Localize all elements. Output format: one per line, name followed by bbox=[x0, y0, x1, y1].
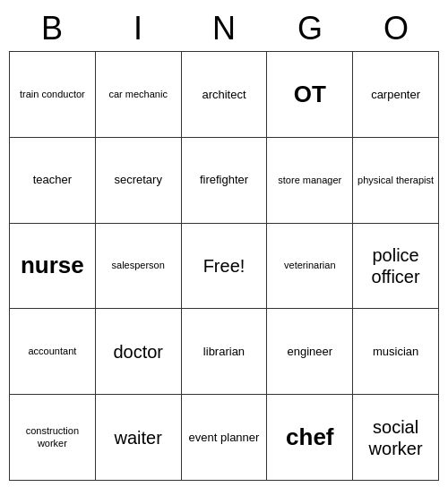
cell-text: doctor bbox=[113, 341, 163, 363]
cell-text: police officer bbox=[357, 244, 435, 287]
cell-text: store manager bbox=[278, 175, 341, 186]
bingo-cell-2-1: salesperson bbox=[96, 224, 182, 310]
cell-text: secretary bbox=[114, 173, 161, 187]
cell-text: architect bbox=[202, 88, 246, 102]
bingo-cell-0-4: carpenter bbox=[353, 52, 439, 138]
cell-text: salesperson bbox=[112, 260, 165, 271]
header-letter-n: N bbox=[181, 6, 267, 51]
bingo-header: BINGO bbox=[9, 6, 439, 51]
cell-text: train conductor bbox=[20, 89, 85, 100]
bingo-cell-0-2: architect bbox=[182, 52, 268, 138]
bingo-cell-0-0: train conductor bbox=[10, 52, 96, 138]
bingo-cell-1-4: physical therapist bbox=[353, 138, 439, 224]
bingo-cell-0-1: car mechanic bbox=[96, 52, 182, 138]
cell-text: chef bbox=[286, 423, 333, 451]
bingo-cell-4-4: social worker bbox=[353, 395, 439, 481]
cell-text: teacher bbox=[33, 173, 72, 187]
header-letter-o: O bbox=[353, 6, 439, 51]
bingo-cell-2-3: veterinarian bbox=[267, 224, 353, 310]
cell-text: carpenter bbox=[371, 88, 420, 102]
bingo-cell-4-3: chef bbox=[267, 395, 353, 481]
bingo-cell-2-0: nurse bbox=[10, 224, 96, 310]
cell-text: social worker bbox=[357, 416, 435, 459]
bingo-cell-3-3: engineer bbox=[267, 309, 353, 395]
bingo-card: BINGO train conductorcar mechanicarchite… bbox=[9, 6, 439, 481]
cell-text: OT bbox=[294, 81, 326, 108]
cell-text: nurse bbox=[21, 252, 84, 279]
bingo-cell-3-2: librarian bbox=[182, 309, 268, 395]
cell-text: event planner bbox=[189, 431, 260, 445]
cell-text: engineer bbox=[287, 345, 332, 359]
bingo-cell-0-3: OT bbox=[267, 52, 353, 138]
bingo-cell-4-1: waiter bbox=[96, 395, 182, 481]
bingo-cell-3-4: musician bbox=[353, 309, 439, 395]
bingo-cell-1-3: store manager bbox=[267, 138, 353, 224]
bingo-grid: train conductorcar mechanicarchitectOTca… bbox=[9, 51, 439, 481]
cell-text: veterinarian bbox=[284, 260, 335, 271]
header-letter-i: I bbox=[95, 6, 181, 51]
cell-text: musician bbox=[373, 345, 418, 359]
cell-text: firefighter bbox=[200, 173, 248, 187]
cell-text: Free! bbox=[203, 255, 246, 277]
bingo-cell-2-2: Free! bbox=[182, 224, 268, 310]
bingo-cell-4-2: event planner bbox=[182, 395, 268, 481]
cell-text: accountant bbox=[28, 346, 76, 357]
bingo-cell-2-4: police officer bbox=[353, 224, 439, 310]
header-letter-b: B bbox=[9, 6, 95, 51]
cell-text: librarian bbox=[203, 345, 245, 359]
cell-text: physical therapist bbox=[358, 175, 434, 186]
bingo-cell-1-2: firefighter bbox=[182, 138, 268, 224]
cell-text: car mechanic bbox=[108, 89, 167, 100]
cell-text: waiter bbox=[115, 427, 162, 449]
bingo-cell-3-1: doctor bbox=[96, 309, 182, 395]
bingo-cell-4-0: construction worker bbox=[10, 395, 96, 481]
bingo-cell-1-0: teacher bbox=[10, 138, 96, 224]
bingo-cell-3-0: accountant bbox=[10, 309, 96, 395]
bingo-cell-1-1: secretary bbox=[96, 138, 182, 224]
header-letter-g: G bbox=[267, 6, 353, 51]
cell-text: construction worker bbox=[13, 425, 91, 449]
